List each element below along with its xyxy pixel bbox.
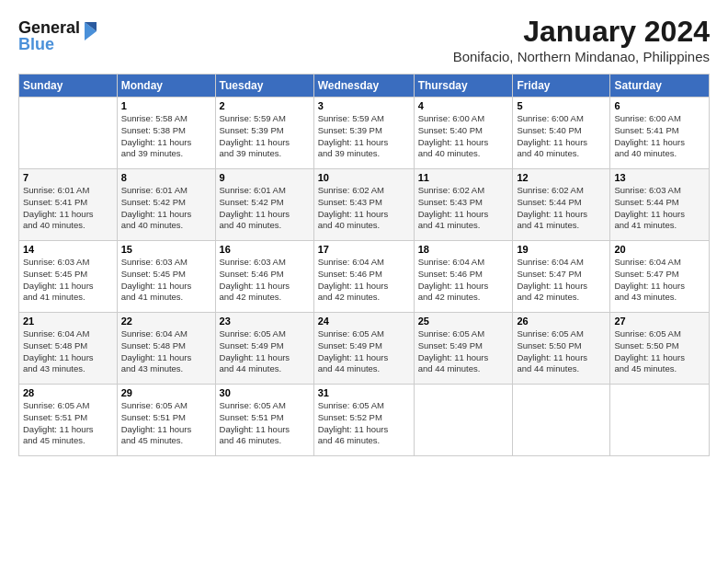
day-info: Sunrise: 6:05 AM Sunset: 5:51 PM Dayligh…: [220, 400, 310, 447]
day-number: 27: [614, 316, 705, 327]
day-info: Sunrise: 6:04 AM Sunset: 5:46 PM Dayligh…: [318, 257, 410, 304]
col-header-wednesday: Wednesday: [313, 75, 414, 98]
col-header-thursday: Thursday: [414, 75, 513, 98]
day-cell: 11Sunrise: 6:02 AM Sunset: 5:43 PM Dayli…: [414, 169, 513, 241]
day-number: 7: [23, 172, 113, 183]
day-number: 19: [517, 244, 606, 255]
day-info: Sunrise: 6:00 AM Sunset: 5:40 PM Dayligh…: [517, 113, 606, 160]
day-number: 3: [318, 100, 410, 111]
day-info: Sunrise: 6:01 AM Sunset: 5:41 PM Dayligh…: [23, 185, 113, 232]
logo-block: General Blue: [18, 15, 101, 60]
day-cell: 25Sunrise: 6:05 AM Sunset: 5:49 PM Dayli…: [414, 313, 513, 385]
day-cell: 6Sunrise: 6:00 AM Sunset: 5:41 PM Daylig…: [610, 98, 710, 169]
day-number: 11: [418, 172, 509, 183]
day-cell: 24Sunrise: 6:05 AM Sunset: 5:49 PM Dayli…: [313, 313, 414, 385]
day-number: 6: [614, 100, 705, 111]
day-number: 23: [220, 316, 310, 327]
svg-text:General: General: [18, 18, 80, 37]
day-cell: 4Sunrise: 6:00 AM Sunset: 5:40 PM Daylig…: [414, 98, 513, 169]
day-number: 4: [418, 100, 509, 111]
day-number: 21: [23, 316, 113, 327]
day-info: Sunrise: 6:05 AM Sunset: 5:49 PM Dayligh…: [418, 328, 509, 375]
day-cell: 13Sunrise: 6:03 AM Sunset: 5:44 PM Dayli…: [610, 169, 710, 241]
col-header-tuesday: Tuesday: [215, 75, 313, 98]
day-info: Sunrise: 6:04 AM Sunset: 5:47 PM Dayligh…: [614, 257, 705, 304]
day-number: 29: [121, 387, 211, 398]
logo: General Blue: [18, 15, 101, 60]
day-number: 9: [220, 172, 310, 183]
day-number: 16: [220, 244, 310, 255]
day-cell: 15Sunrise: 6:03 AM Sunset: 5:45 PM Dayli…: [117, 241, 215, 313]
day-number: 17: [318, 244, 410, 255]
location: Bonifacio, Northern Mindanao, Philippine…: [453, 49, 710, 64]
day-cell: 26Sunrise: 6:05 AM Sunset: 5:50 PM Dayli…: [513, 313, 610, 385]
day-number: 8: [121, 172, 211, 183]
day-cell: 28Sunrise: 6:05 AM Sunset: 5:51 PM Dayli…: [19, 385, 118, 456]
day-info: Sunrise: 6:03 AM Sunset: 5:45 PM Dayligh…: [121, 257, 211, 304]
day-cell: 16Sunrise: 6:03 AM Sunset: 5:46 PM Dayli…: [215, 241, 313, 313]
day-info: Sunrise: 5:59 AM Sunset: 5:39 PM Dayligh…: [318, 113, 410, 160]
day-number: 30: [220, 387, 310, 398]
week-row-5: 28Sunrise: 6:05 AM Sunset: 5:51 PM Dayli…: [19, 385, 710, 456]
day-cell: 8Sunrise: 6:01 AM Sunset: 5:42 PM Daylig…: [117, 169, 215, 241]
day-number: 26: [517, 316, 606, 327]
day-info: Sunrise: 6:02 AM Sunset: 5:43 PM Dayligh…: [318, 185, 410, 232]
day-cell: 18Sunrise: 6:04 AM Sunset: 5:46 PM Dayli…: [414, 241, 513, 313]
day-info: Sunrise: 6:00 AM Sunset: 5:40 PM Dayligh…: [418, 113, 509, 160]
day-number: 13: [614, 172, 705, 183]
day-info: Sunrise: 6:02 AM Sunset: 5:43 PM Dayligh…: [418, 185, 509, 232]
day-info: Sunrise: 6:05 AM Sunset: 5:52 PM Dayligh…: [318, 400, 410, 447]
day-cell: 29Sunrise: 6:05 AM Sunset: 5:51 PM Dayli…: [117, 385, 215, 456]
day-info: Sunrise: 6:03 AM Sunset: 5:46 PM Dayligh…: [220, 257, 310, 304]
day-info: Sunrise: 6:03 AM Sunset: 5:45 PM Dayligh…: [23, 257, 113, 304]
day-cell: 3Sunrise: 5:59 AM Sunset: 5:39 PM Daylig…: [313, 98, 414, 169]
day-cell: [414, 385, 513, 456]
day-number: 1: [121, 100, 211, 111]
day-info: Sunrise: 6:05 AM Sunset: 5:50 PM Dayligh…: [614, 328, 705, 375]
col-header-monday: Monday: [117, 75, 215, 98]
day-cell: 12Sunrise: 6:02 AM Sunset: 5:44 PM Dayli…: [513, 169, 610, 241]
svg-text:Blue: Blue: [18, 35, 54, 53]
week-row-2: 7Sunrise: 6:01 AM Sunset: 5:41 PM Daylig…: [19, 169, 710, 241]
day-info: Sunrise: 6:01 AM Sunset: 5:42 PM Dayligh…: [121, 185, 211, 232]
day-cell: 2Sunrise: 5:59 AM Sunset: 5:39 PM Daylig…: [215, 98, 313, 169]
week-row-4: 21Sunrise: 6:04 AM Sunset: 5:48 PM Dayli…: [19, 313, 710, 385]
day-info: Sunrise: 6:00 AM Sunset: 5:41 PM Dayligh…: [614, 113, 705, 160]
day-info: Sunrise: 6:05 AM Sunset: 5:51 PM Dayligh…: [121, 400, 211, 447]
day-cell: 27Sunrise: 6:05 AM Sunset: 5:50 PM Dayli…: [610, 313, 710, 385]
day-number: 25: [418, 316, 509, 327]
day-cell: 21Sunrise: 6:04 AM Sunset: 5:48 PM Dayli…: [19, 313, 118, 385]
day-cell: 10Sunrise: 6:02 AM Sunset: 5:43 PM Dayli…: [313, 169, 414, 241]
day-info: Sunrise: 5:59 AM Sunset: 5:39 PM Dayligh…: [220, 113, 310, 160]
day-cell: 14Sunrise: 6:03 AM Sunset: 5:45 PM Dayli…: [19, 241, 118, 313]
day-cell: 5Sunrise: 6:00 AM Sunset: 5:40 PM Daylig…: [513, 98, 610, 169]
day-cell: [513, 385, 610, 456]
page: General Blue January 2024 Bonifacio, Nor…: [0, 0, 728, 465]
day-number: 12: [517, 172, 606, 183]
day-info: Sunrise: 6:01 AM Sunset: 5:42 PM Dayligh…: [220, 185, 310, 232]
day-number: 2: [220, 100, 310, 111]
day-info: Sunrise: 6:05 AM Sunset: 5:51 PM Dayligh…: [23, 400, 113, 447]
day-cell: 22Sunrise: 6:04 AM Sunset: 5:48 PM Dayli…: [117, 313, 215, 385]
week-row-1: 1Sunrise: 5:58 AM Sunset: 5:38 PM Daylig…: [19, 98, 710, 169]
day-number: 24: [318, 316, 410, 327]
day-number: 20: [614, 244, 705, 255]
day-info: Sunrise: 6:05 AM Sunset: 5:49 PM Dayligh…: [318, 328, 410, 375]
logo-svg: General Blue: [18, 15, 101, 56]
day-number: 22: [121, 316, 211, 327]
day-info: Sunrise: 6:04 AM Sunset: 5:48 PM Dayligh…: [121, 328, 211, 375]
day-cell: 17Sunrise: 6:04 AM Sunset: 5:46 PM Dayli…: [313, 241, 414, 313]
day-info: Sunrise: 6:04 AM Sunset: 5:46 PM Dayligh…: [418, 257, 509, 304]
calendar-table: SundayMondayTuesdayWednesdayThursdayFrid…: [18, 74, 710, 456]
week-row-3: 14Sunrise: 6:03 AM Sunset: 5:45 PM Dayli…: [19, 241, 710, 313]
header-row: SundayMondayTuesdayWednesdayThursdayFrid…: [19, 75, 710, 98]
day-number: 14: [23, 244, 113, 255]
day-cell: [610, 385, 710, 456]
month-year: January 2024: [453, 15, 710, 49]
day-cell: 19Sunrise: 6:04 AM Sunset: 5:47 PM Dayli…: [513, 241, 610, 313]
day-number: 18: [418, 244, 509, 255]
day-info: Sunrise: 6:05 AM Sunset: 5:49 PM Dayligh…: [220, 328, 310, 375]
day-cell: 30Sunrise: 6:05 AM Sunset: 5:51 PM Dayli…: [215, 385, 313, 456]
day-info: Sunrise: 6:05 AM Sunset: 5:50 PM Dayligh…: [517, 328, 606, 375]
day-info: Sunrise: 6:04 AM Sunset: 5:47 PM Dayligh…: [517, 257, 606, 304]
